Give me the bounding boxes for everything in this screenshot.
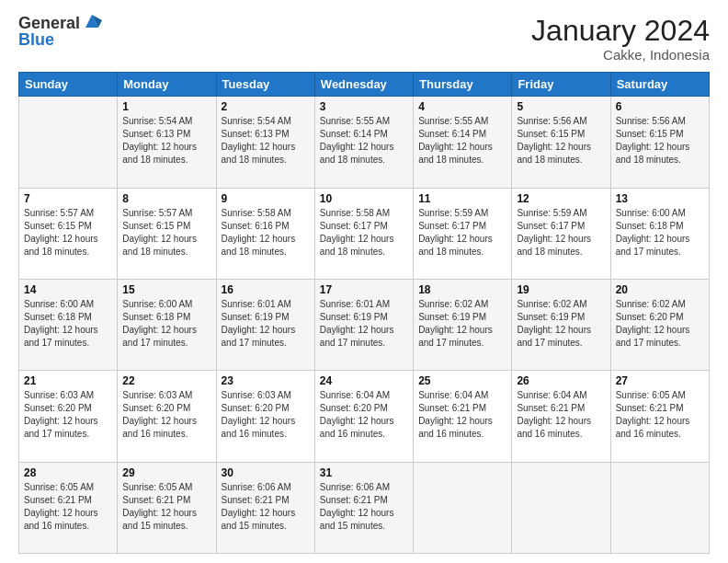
day-info: Sunrise: 6:06 AMSunset: 6:21 PMDaylight:… [222, 481, 310, 533]
day-info: Sunrise: 5:54 AMSunset: 6:13 PMDaylight:… [122, 115, 210, 167]
table-row: 29Sunrise: 6:05 AMSunset: 6:21 PMDayligh… [118, 462, 216, 553]
day-info: Sunrise: 6:01 AMSunset: 6:19 PMDaylight:… [222, 298, 310, 350]
day-info: Sunrise: 6:00 AMSunset: 6:18 PMDaylight:… [122, 298, 210, 350]
table-row: 12Sunrise: 5:59 AMSunset: 6:17 PMDayligh… [512, 188, 610, 279]
day-number: 22 [122, 374, 210, 387]
day-number: 25 [418, 374, 506, 387]
col-wednesday: Wednesday [314, 73, 413, 97]
day-info: Sunrise: 6:05 AMSunset: 6:21 PMDaylight:… [24, 481, 112, 533]
table-row: 11Sunrise: 5:59 AMSunset: 6:17 PMDayligh… [414, 188, 512, 279]
calendar-table: Sunday Monday Tuesday Wednesday Thursday… [18, 72, 710, 554]
calendar-week-row: 1Sunrise: 5:54 AMSunset: 6:13 PMDaylight… [19, 97, 710, 188]
table-row [414, 462, 512, 553]
title-section: January 2024 Cakke, Indonesia [531, 15, 710, 63]
day-number: 12 [517, 192, 605, 205]
table-row: 15Sunrise: 6:00 AMSunset: 6:18 PMDayligh… [118, 279, 216, 370]
header: General Blue January 2024 Cakke, Indones… [18, 15, 710, 63]
day-number: 3 [320, 100, 408, 113]
day-number: 29 [122, 466, 210, 479]
day-info: Sunrise: 6:03 AMSunset: 6:20 PMDaylight:… [122, 389, 210, 441]
day-info: Sunrise: 5:59 AMSunset: 6:17 PMDaylight:… [418, 207, 506, 259]
day-info: Sunrise: 6:00 AMSunset: 6:18 PMDaylight:… [24, 298, 112, 350]
table-row: 25Sunrise: 6:04 AMSunset: 6:21 PMDayligh… [414, 371, 512, 462]
day-info: Sunrise: 6:02 AMSunset: 6:19 PMDaylight:… [418, 298, 506, 350]
day-number: 9 [222, 192, 310, 205]
day-number: 27 [616, 374, 704, 387]
table-row: 14Sunrise: 6:00 AMSunset: 6:18 PMDayligh… [19, 279, 118, 370]
table-row: 24Sunrise: 6:04 AMSunset: 6:20 PMDayligh… [314, 371, 413, 462]
table-row: 6Sunrise: 5:56 AMSunset: 6:15 PMDaylight… [610, 97, 709, 188]
day-number: 13 [616, 192, 704, 205]
calendar-title: January 2024 [531, 15, 710, 47]
col-thursday: Thursday [414, 73, 512, 97]
day-number: 26 [517, 374, 605, 387]
table-row: 1Sunrise: 5:54 AMSunset: 6:13 PMDaylight… [118, 97, 216, 188]
day-number: 7 [24, 192, 112, 205]
day-info: Sunrise: 6:05 AMSunset: 6:21 PMDaylight:… [122, 481, 210, 533]
table-row: 5Sunrise: 5:56 AMSunset: 6:15 PMDaylight… [512, 97, 610, 188]
day-info: Sunrise: 6:04 AMSunset: 6:21 PMDaylight:… [418, 389, 506, 441]
table-row: 3Sunrise: 5:55 AMSunset: 6:14 PMDaylight… [314, 97, 413, 188]
day-number: 15 [122, 283, 210, 296]
table-row: 19Sunrise: 6:02 AMSunset: 6:19 PMDayligh… [512, 279, 610, 370]
day-info: Sunrise: 6:02 AMSunset: 6:19 PMDaylight:… [517, 298, 605, 350]
day-info: Sunrise: 6:05 AMSunset: 6:21 PMDaylight:… [616, 389, 704, 441]
table-row: 16Sunrise: 6:01 AMSunset: 6:19 PMDayligh… [216, 279, 314, 370]
table-row: 30Sunrise: 6:06 AMSunset: 6:21 PMDayligh… [216, 462, 314, 553]
day-number: 8 [122, 192, 210, 205]
table-row: 26Sunrise: 6:04 AMSunset: 6:21 PMDayligh… [512, 371, 610, 462]
day-info: Sunrise: 5:54 AMSunset: 6:13 PMDaylight:… [222, 115, 310, 167]
day-info: Sunrise: 5:57 AMSunset: 6:15 PMDaylight:… [122, 207, 210, 259]
col-saturday: Saturday [610, 73, 709, 97]
day-number: 28 [24, 466, 112, 479]
day-number: 20 [616, 283, 704, 296]
col-sunday: Sunday [19, 73, 118, 97]
table-row [19, 97, 118, 188]
day-number: 6 [616, 100, 704, 113]
day-info: Sunrise: 5:56 AMSunset: 6:15 PMDaylight:… [616, 115, 704, 167]
day-number: 2 [222, 100, 310, 113]
day-info: Sunrise: 5:55 AMSunset: 6:14 PMDaylight:… [418, 115, 506, 167]
logo-general-text: General [18, 15, 80, 31]
table-row: 13Sunrise: 6:00 AMSunset: 6:18 PMDayligh… [610, 188, 709, 279]
table-row: 22Sunrise: 6:03 AMSunset: 6:20 PMDayligh… [118, 371, 216, 462]
table-row: 2Sunrise: 5:54 AMSunset: 6:13 PMDaylight… [216, 97, 314, 188]
day-number: 17 [320, 283, 408, 296]
calendar-subtitle: Cakke, Indonesia [531, 47, 710, 63]
col-monday: Monday [118, 73, 216, 97]
day-info: Sunrise: 6:04 AMSunset: 6:21 PMDaylight:… [517, 389, 605, 441]
day-info: Sunrise: 6:03 AMSunset: 6:20 PMDaylight:… [222, 389, 310, 441]
day-info: Sunrise: 5:56 AMSunset: 6:15 PMDaylight:… [517, 115, 605, 167]
table-row: 8Sunrise: 5:57 AMSunset: 6:15 PMDaylight… [118, 188, 216, 279]
day-info: Sunrise: 5:57 AMSunset: 6:15 PMDaylight:… [24, 207, 112, 259]
table-row: 28Sunrise: 6:05 AMSunset: 6:21 PMDayligh… [19, 462, 118, 553]
table-row: 20Sunrise: 6:02 AMSunset: 6:20 PMDayligh… [610, 279, 709, 370]
day-number: 4 [418, 100, 506, 113]
table-row: 21Sunrise: 6:03 AMSunset: 6:20 PMDayligh… [19, 371, 118, 462]
day-number: 23 [222, 374, 310, 387]
table-row: 23Sunrise: 6:03 AMSunset: 6:20 PMDayligh… [216, 371, 314, 462]
table-row: 7Sunrise: 5:57 AMSunset: 6:15 PMDaylight… [19, 188, 118, 279]
table-row: 4Sunrise: 5:55 AMSunset: 6:14 PMDaylight… [414, 97, 512, 188]
table-row: 27Sunrise: 6:05 AMSunset: 6:21 PMDayligh… [610, 371, 709, 462]
logo-blue-text: Blue [18, 31, 102, 48]
day-info: Sunrise: 6:04 AMSunset: 6:20 PMDaylight:… [320, 389, 408, 441]
day-info: Sunrise: 5:59 AMSunset: 6:17 PMDaylight:… [517, 207, 605, 259]
day-number: 21 [24, 374, 112, 387]
day-info: Sunrise: 6:03 AMSunset: 6:20 PMDaylight:… [24, 389, 112, 441]
calendar-week-row: 14Sunrise: 6:00 AMSunset: 6:18 PMDayligh… [19, 279, 710, 370]
table-row [512, 462, 610, 553]
calendar-week-row: 7Sunrise: 5:57 AMSunset: 6:15 PMDaylight… [19, 188, 710, 279]
day-info: Sunrise: 6:06 AMSunset: 6:21 PMDaylight:… [320, 481, 408, 533]
day-number: 16 [222, 283, 310, 296]
day-number: 14 [24, 283, 112, 296]
day-number: 30 [222, 466, 310, 479]
day-number: 31 [320, 466, 408, 479]
table-row: 18Sunrise: 6:02 AMSunset: 6:19 PMDayligh… [414, 279, 512, 370]
table-row: 9Sunrise: 5:58 AMSunset: 6:16 PMDaylight… [216, 188, 314, 279]
calendar-header-row: Sunday Monday Tuesday Wednesday Thursday… [19, 73, 710, 97]
day-info: Sunrise: 6:00 AMSunset: 6:18 PMDaylight:… [616, 207, 704, 259]
day-info: Sunrise: 6:01 AMSunset: 6:19 PMDaylight:… [320, 298, 408, 350]
col-tuesday: Tuesday [216, 73, 314, 97]
calendar-week-row: 21Sunrise: 6:03 AMSunset: 6:20 PMDayligh… [19, 371, 710, 462]
